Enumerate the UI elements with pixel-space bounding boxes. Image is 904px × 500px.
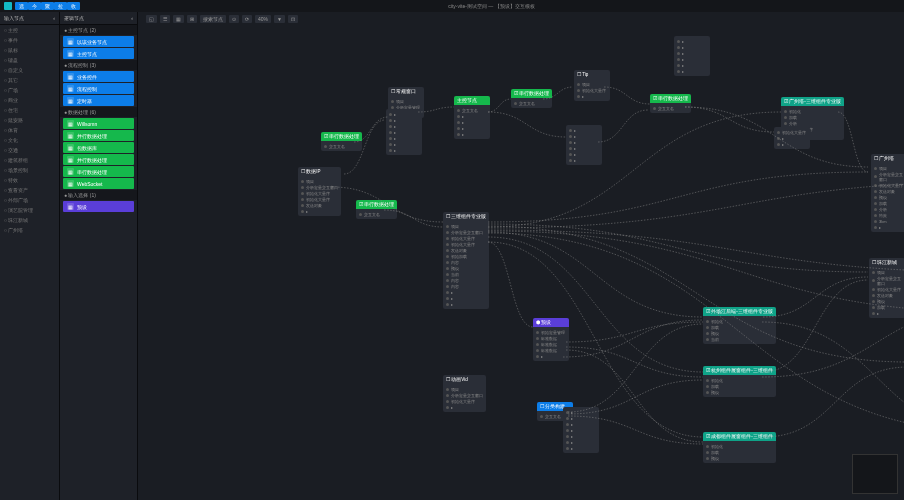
logic-node-item[interactable]: ▦Willsomn	[63, 118, 134, 129]
sidebar-item[interactable]: ○ 广场	[0, 85, 59, 95]
node-port[interactable]: ▸	[777, 141, 807, 147]
sidebar-item[interactable]: ○ 键盘	[0, 55, 59, 65]
graph-node[interactable]: ☐ 动画Vid项目分析定量交互窗口初始化大量序▸	[443, 375, 486, 412]
node-port[interactable]: ▸	[446, 404, 483, 410]
node-port[interactable]: 分析定量交互窗口	[874, 171, 904, 182]
node-port[interactable]: ▸	[677, 68, 707, 74]
node-port[interactable]: 预设	[706, 455, 773, 461]
node-port[interactable]: 分析定量交互窗口	[446, 229, 486, 235]
node-port[interactable]: ▸	[872, 310, 902, 316]
graph-node[interactable]: 初始化大量序▸▸	[774, 127, 810, 149]
top-button[interactable]: 拉	[54, 2, 67, 10]
sidebar-item[interactable]: ○ 文化	[0, 135, 59, 145]
sidebar-item[interactable]: ○ 特效	[0, 175, 59, 185]
top-button[interactable]: 选	[15, 2, 28, 10]
logic-node-item[interactable]: ▦预设	[63, 201, 134, 212]
canvas-tool[interactable]: 40%	[255, 15, 271, 23]
collapse-icon[interactable]: ‹	[53, 15, 55, 21]
graph-node[interactable]: ☑ 串行数据处理交互文名	[321, 132, 362, 151]
graph-node[interactable]: ▸▸▸▸▸▸▸	[563, 407, 599, 453]
graph-node[interactable]: ☑ 杭州组件展窗组件-三维组件初始化加载预设	[703, 366, 776, 397]
canvas-tool[interactable]: ☰	[160, 15, 170, 23]
graph-node[interactable]: ☐ Tip项目初始化大量序▸	[574, 70, 610, 101]
sidebar-item[interactable]: ○ 其它	[0, 75, 59, 85]
canvas-tool[interactable]: ⟳	[242, 15, 252, 23]
node-port[interactable]: 初始定量管理	[536, 329, 566, 335]
logic-node-item[interactable]: ▦并行数据处理	[63, 154, 134, 165]
node-port[interactable]: 当前	[706, 336, 773, 342]
canvas-tool[interactable]: ▦	[173, 15, 184, 23]
top-button[interactable]: 聚	[41, 2, 54, 10]
node-port[interactable]: 预设	[706, 389, 773, 395]
sidebar-item[interactable]: ○ 主控	[0, 25, 59, 35]
node-port[interactable]: ▸	[457, 131, 487, 137]
sidebar-item[interactable]: ○ 交通	[0, 145, 59, 155]
node-port[interactable]: ▸	[446, 301, 486, 307]
logic-node-item[interactable]: ▦流程控制	[63, 83, 134, 94]
graph-node[interactable]: 主控节点交互文名▸▸▸▸	[454, 96, 490, 139]
node-port[interactable]: ▸	[536, 353, 566, 359]
logic-node-item[interactable]: ▦WebSocket	[63, 178, 134, 189]
canvas-tool[interactable]: ⊡	[288, 15, 298, 23]
sidebar-item[interactable]: ○ 场景控制	[0, 165, 59, 175]
node-port[interactable]: 交互文名	[653, 105, 688, 111]
top-button[interactable]: 收	[67, 2, 80, 10]
graph-node[interactable]: ☑ 外场江后端-三维组件专业版初始化加载预设当前	[703, 307, 776, 344]
logic-node-item[interactable]: ▦包数据库	[63, 142, 134, 153]
sidebar-item[interactable]: ○ 建筑群组	[0, 155, 59, 165]
sidebar-item[interactable]: ○ 外部广场	[0, 195, 59, 205]
logic-node-item[interactable]: ▦并行数据处理	[63, 130, 134, 141]
node-port[interactable]: ▸	[301, 208, 338, 214]
node-port[interactable]: ▸	[569, 157, 599, 163]
graph-node[interactable]: ☑ 成都组件展窗组件-三维组件初始化加载预设	[703, 432, 776, 463]
logic-node-item[interactable]: ▦主控节点	[63, 48, 134, 59]
canvas-tool[interactable]: ⊙	[229, 15, 239, 23]
category-header[interactable]: ● 数据处理 (6)	[60, 107, 137, 117]
category-header[interactable]: ● 输入选择 (1)	[60, 190, 137, 200]
sidebar-item[interactable]: ○ 演艺院管理	[0, 205, 59, 215]
graph-node[interactable]: ☑ 串行数据处理交互文名	[511, 89, 552, 108]
node-port[interactable]: 初始化大量序	[577, 87, 607, 93]
sidebar-item[interactable]: ○ 查看资产	[0, 185, 59, 195]
graph-node[interactable]: ▸▸▸▸▸▸	[566, 125, 602, 165]
sidebar-item[interactable]: ○ 广州塔	[0, 225, 59, 235]
canvas-tool[interactable]: ◱	[146, 15, 157, 23]
node-port[interactable]: 分析定量交互窗口	[446, 392, 483, 398]
graph-node[interactable]: ☐ 数据IP项目分析定量交互窗口初始化大量序初始化大量序发送对象▸	[298, 167, 341, 216]
category-header[interactable]: ● 流程控制 (3)	[60, 60, 137, 70]
node-port[interactable]: 分析定量交互窗口	[872, 275, 902, 286]
node-port[interactable]: 分析定量交互窗口	[301, 184, 338, 190]
graph-node[interactable]: ☐ 珠江新城项目分析定量交互窗口初始化大量序发送对象预设加载▸	[869, 258, 904, 318]
logic-node-item[interactable]: ▦定时器	[63, 95, 134, 106]
graph-node[interactable]: ▸▸▸▸▸▸	[674, 36, 710, 76]
graph-node[interactable]: ☑ 串行数据处理交互文名	[650, 94, 691, 113]
graph-node[interactable]: ⬢ 预设初始定量管理标准数据标准数据标准数据▸	[533, 318, 569, 361]
graph-node[interactable]: ☐ 广州塔项目分析定量交互窗口初始化大量序发送对象预设加载分析特效3km▸	[871, 154, 904, 232]
graph-node[interactable]: ☐ 三维组件专业版项目分析定量交互窗口初始化大量序初始化大量序发送对象初始加载内…	[443, 212, 489, 309]
node-port[interactable]: ▸	[577, 93, 607, 99]
sidebar-item[interactable]: ○ 珠江新城	[0, 215, 59, 225]
category-header[interactable]: ● 主控节点 (2)	[60, 25, 137, 35]
canvas-tool[interactable]: ▼	[274, 15, 285, 23]
node-port[interactable]: 交互文名	[359, 211, 394, 217]
node-port[interactable]: 交互文名	[514, 100, 549, 106]
canvas[interactable]: ◱☰▦⊞搜索节点⊙⟳40%▼⊡ ☑ 串行数据处理交互文名☑ 串行数据处理交互文名…	[138, 12, 904, 500]
minimap[interactable]	[852, 454, 898, 494]
graph-node[interactable]: ☑ 串行数据处理交互文名	[356, 200, 397, 219]
sidebar-item[interactable]: ○ 鼠标	[0, 45, 59, 55]
node-port[interactable]: 交互文名	[324, 143, 359, 149]
sidebar-item[interactable]: ○ 事件	[0, 35, 59, 45]
canvas-tool[interactable]: ⊞	[187, 15, 197, 23]
sidebar-item[interactable]: ○ 商业	[0, 95, 59, 105]
node-port[interactable]: 初始化大量序	[872, 286, 902, 292]
sidebar-item[interactable]: ○ 体育	[0, 125, 59, 135]
graph-node[interactable]: ▸▸▸▸▸▸▸	[386, 109, 422, 155]
sidebar-item[interactable]: ○ 住宅	[0, 105, 59, 115]
node-port[interactable]: ▸	[566, 445, 596, 451]
node-port[interactable]: ▸	[389, 147, 419, 153]
node-port[interactable]: 初始化大量序	[777, 129, 807, 135]
sidebar-item[interactable]: ○ 延安路	[0, 115, 59, 125]
logic-node-item[interactable]: ▦串行数据处理	[63, 166, 134, 177]
top-button[interactable]: 今	[28, 2, 41, 10]
node-port[interactable]: 初始化大量序	[874, 182, 904, 188]
